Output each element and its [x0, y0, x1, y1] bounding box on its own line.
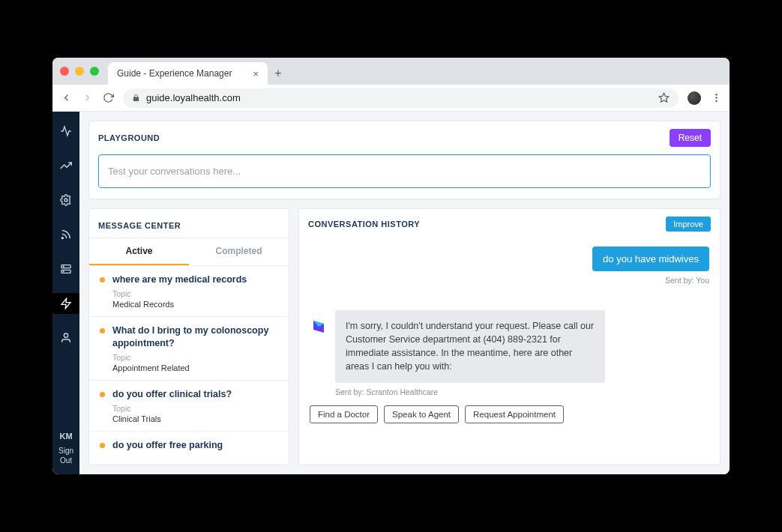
status-dot-icon [100, 277, 105, 282]
user-sent-by: Sent by: You [665, 276, 709, 285]
user-initials[interactable]: KM [52, 431, 79, 441]
nav-server-icon[interactable] [52, 259, 79, 279]
action-request-appointment[interactable]: Request Appointment [465, 405, 564, 423]
browser-tab[interactable]: Guide - Experience Manager × [108, 62, 268, 85]
message-item[interactable]: where are my medical records Topic Medic… [89, 265, 289, 316]
status-dot-icon [100, 392, 105, 397]
svg-point-11 [64, 333, 67, 337]
back-icon[interactable] [60, 92, 72, 103]
close-tab-icon[interactable]: × [253, 68, 259, 79]
window-close-icon[interactable] [60, 67, 69, 76]
message-topic: Medical Records [112, 300, 278, 309]
browser-tab-title: Guide - Experience Manager [117, 68, 232, 79]
message-item[interactable]: do you offer clinical trials? Topic Clin… [89, 380, 289, 431]
app-body: KM Sign Out PLAYGROUND Reset M [52, 112, 730, 474]
bot-message-bubble: I'm sorry, I couldn't understand your re… [335, 310, 605, 383]
improve-button[interactable]: Improve [666, 217, 711, 232]
message-item[interactable]: What do I bring to my colonoscopy appoin… [89, 316, 289, 380]
browser-window: Guide - Experience Manager × + guide.loy… [52, 58, 730, 474]
conversation-panel: CONVERSATION HISTORY Improve do you have… [298, 208, 721, 465]
nav-zap-icon[interactable] [52, 293, 79, 314]
nav-rss-icon[interactable] [52, 224, 79, 245]
tab-active[interactable]: Active [89, 238, 189, 265]
tab-completed[interactable]: Completed [189, 238, 289, 265]
svg-point-1 [715, 94, 718, 96]
svg-point-3 [715, 100, 718, 103]
playground-input[interactable] [98, 154, 711, 188]
main-area: PLAYGROUND Reset MESSAGE CENTER Active C… [79, 112, 730, 474]
message-center-tabs: Active Completed [89, 238, 289, 265]
svg-point-2 [715, 97, 718, 99]
url-text: guide.loyalhealth.com [146, 92, 241, 103]
message-question: do you offer clinical trials? [112, 388, 232, 401]
nav-trending-icon[interactable] [52, 155, 79, 176]
lock-icon [132, 94, 140, 102]
topic-label: Topic [112, 353, 278, 362]
address-bar[interactable]: guide.loyalhealth.com [123, 88, 679, 108]
svg-point-8 [63, 266, 64, 267]
topic-label: Topic [112, 404, 278, 413]
nav-user-icon[interactable] [52, 327, 79, 348]
window-controls [60, 58, 108, 85]
message-question: What do I bring to my colonoscopy appoin… [112, 324, 278, 350]
message-center-title: MESSAGE CENTER [98, 221, 181, 230]
app-sidebar: KM Sign Out [52, 112, 79, 474]
quick-actions: Find a Doctor Speak to Agent Request App… [310, 405, 709, 423]
status-dot-icon [100, 328, 105, 333]
browser-toolbar: guide.loyalhealth.com [52, 85, 730, 112]
bot-sent-by: Sent by: Scranton Healthcare [335, 387, 709, 396]
reset-button[interactable]: Reset [670, 129, 711, 147]
nav-activity-icon[interactable] [52, 121, 79, 142]
message-question: do you offer free parking [112, 439, 223, 452]
message-topic: Appointment Related [112, 363, 278, 372]
message-topic: Clinical Trials [112, 414, 278, 423]
browser-menu-icon[interactable] [710, 92, 722, 103]
action-find-doctor[interactable]: Find a Doctor [310, 405, 378, 423]
conversation-title: CONVERSATION HISTORY [308, 220, 420, 229]
profile-avatar[interactable] [688, 91, 701, 105]
bot-avatar-icon [310, 318, 328, 336]
user-message-bubble: do you have midwives [592, 247, 709, 271]
message-center-panel: MESSAGE CENTER Active Completed where ar… [88, 208, 289, 465]
reload-icon[interactable] [102, 92, 114, 103]
svg-point-9 [63, 271, 64, 272]
bookmark-star-icon[interactable] [658, 92, 670, 103]
sign-out-link[interactable]: Sign Out [52, 446, 79, 465]
action-speak-agent[interactable]: Speak to Agent [384, 405, 459, 423]
forward-icon[interactable] [81, 92, 93, 103]
message-list: where are my medical records Topic Medic… [89, 265, 289, 465]
nav-settings-icon[interactable] [52, 190, 79, 211]
new-tab-button[interactable]: + [268, 62, 289, 85]
browser-tab-bar: Guide - Experience Manager × + [52, 58, 730, 85]
message-question: where are my medical records [112, 273, 247, 286]
status-dot-icon [100, 443, 105, 448]
window-minimize-icon[interactable] [75, 67, 84, 76]
window-maximize-icon[interactable] [90, 67, 99, 76]
topic-label: Topic [112, 289, 278, 298]
svg-point-5 [61, 238, 63, 239]
svg-point-4 [64, 199, 67, 202]
playground-panel: PLAYGROUND Reset [88, 121, 721, 199]
svg-marker-0 [659, 93, 669, 102]
playground-title: PLAYGROUND [98, 133, 160, 142]
message-item[interactable]: do you offer free parking [89, 431, 289, 459]
svg-marker-10 [61, 298, 70, 308]
